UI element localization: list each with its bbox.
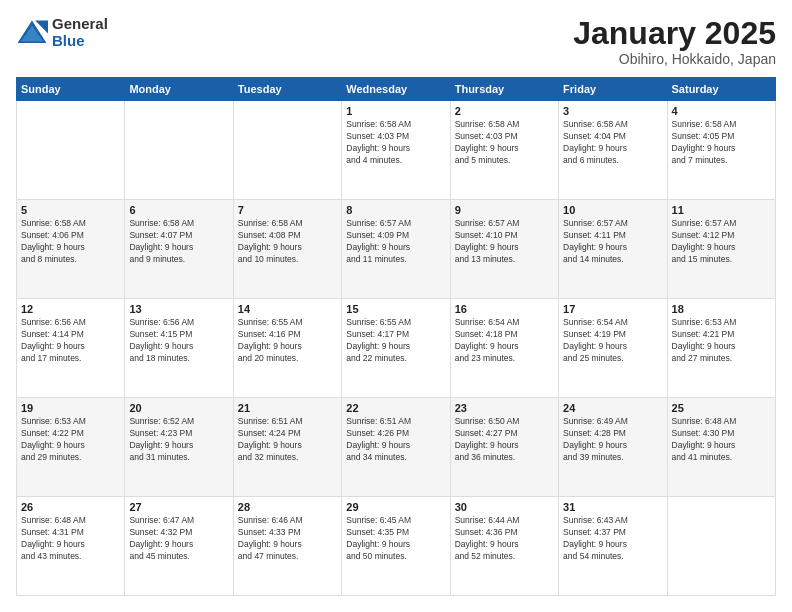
calendar-cell: 1Sunrise: 6:58 AM Sunset: 4:03 PM Daylig… bbox=[342, 101, 450, 200]
day-number: 11 bbox=[672, 204, 771, 216]
calendar-cell: 19Sunrise: 6:53 AM Sunset: 4:22 PM Dayli… bbox=[17, 398, 125, 497]
calendar-cell: 6Sunrise: 6:58 AM Sunset: 4:07 PM Daylig… bbox=[125, 200, 233, 299]
calendar-week-row: 5Sunrise: 6:58 AM Sunset: 4:06 PM Daylig… bbox=[17, 200, 776, 299]
calendar-cell: 29Sunrise: 6:45 AM Sunset: 4:35 PM Dayli… bbox=[342, 497, 450, 596]
logo-general-text: General bbox=[52, 16, 108, 33]
day-info: Sunrise: 6:45 AM Sunset: 4:35 PM Dayligh… bbox=[346, 515, 445, 563]
calendar-cell: 8Sunrise: 6:57 AM Sunset: 4:09 PM Daylig… bbox=[342, 200, 450, 299]
weekday-header-wednesday: Wednesday bbox=[342, 78, 450, 101]
day-info: Sunrise: 6:58 AM Sunset: 4:06 PM Dayligh… bbox=[21, 218, 120, 266]
day-info: Sunrise: 6:54 AM Sunset: 4:18 PM Dayligh… bbox=[455, 317, 554, 365]
calendar-cell: 12Sunrise: 6:56 AM Sunset: 4:14 PM Dayli… bbox=[17, 299, 125, 398]
day-number: 14 bbox=[238, 303, 337, 315]
day-info: Sunrise: 6:56 AM Sunset: 4:15 PM Dayligh… bbox=[129, 317, 228, 365]
calendar-cell: 25Sunrise: 6:48 AM Sunset: 4:30 PM Dayli… bbox=[667, 398, 775, 497]
day-info: Sunrise: 6:47 AM Sunset: 4:32 PM Dayligh… bbox=[129, 515, 228, 563]
calendar-cell bbox=[233, 101, 341, 200]
weekday-header-monday: Monday bbox=[125, 78, 233, 101]
day-number: 21 bbox=[238, 402, 337, 414]
calendar-table: SundayMondayTuesdayWednesdayThursdayFrid… bbox=[16, 77, 776, 596]
day-number: 9 bbox=[455, 204, 554, 216]
day-info: Sunrise: 6:53 AM Sunset: 4:22 PM Dayligh… bbox=[21, 416, 120, 464]
day-info: Sunrise: 6:57 AM Sunset: 4:11 PM Dayligh… bbox=[563, 218, 662, 266]
page: General Blue January 2025 Obihiro, Hokka… bbox=[0, 0, 792, 612]
day-info: Sunrise: 6:49 AM Sunset: 4:28 PM Dayligh… bbox=[563, 416, 662, 464]
day-number: 22 bbox=[346, 402, 445, 414]
day-number: 18 bbox=[672, 303, 771, 315]
day-info: Sunrise: 6:58 AM Sunset: 4:03 PM Dayligh… bbox=[346, 119, 445, 167]
day-info: Sunrise: 6:58 AM Sunset: 4:08 PM Dayligh… bbox=[238, 218, 337, 266]
calendar-cell: 30Sunrise: 6:44 AM Sunset: 4:36 PM Dayli… bbox=[450, 497, 558, 596]
calendar-cell: 2Sunrise: 6:58 AM Sunset: 4:03 PM Daylig… bbox=[450, 101, 558, 200]
calendar-week-row: 26Sunrise: 6:48 AM Sunset: 4:31 PM Dayli… bbox=[17, 497, 776, 596]
calendar-cell: 20Sunrise: 6:52 AM Sunset: 4:23 PM Dayli… bbox=[125, 398, 233, 497]
day-number: 23 bbox=[455, 402, 554, 414]
day-number: 8 bbox=[346, 204, 445, 216]
calendar-cell: 28Sunrise: 6:46 AM Sunset: 4:33 PM Dayli… bbox=[233, 497, 341, 596]
calendar-cell: 31Sunrise: 6:43 AM Sunset: 4:37 PM Dayli… bbox=[559, 497, 667, 596]
calendar-cell: 17Sunrise: 6:54 AM Sunset: 4:19 PM Dayli… bbox=[559, 299, 667, 398]
day-info: Sunrise: 6:48 AM Sunset: 4:30 PM Dayligh… bbox=[672, 416, 771, 464]
weekday-header-friday: Friday bbox=[559, 78, 667, 101]
day-number: 12 bbox=[21, 303, 120, 315]
day-info: Sunrise: 6:57 AM Sunset: 4:10 PM Dayligh… bbox=[455, 218, 554, 266]
day-info: Sunrise: 6:44 AM Sunset: 4:36 PM Dayligh… bbox=[455, 515, 554, 563]
day-number: 15 bbox=[346, 303, 445, 315]
day-number: 7 bbox=[238, 204, 337, 216]
day-number: 20 bbox=[129, 402, 228, 414]
calendar-cell: 24Sunrise: 6:49 AM Sunset: 4:28 PM Dayli… bbox=[559, 398, 667, 497]
logo-text: General Blue bbox=[52, 16, 108, 49]
day-info: Sunrise: 6:58 AM Sunset: 4:07 PM Dayligh… bbox=[129, 218, 228, 266]
weekday-header-saturday: Saturday bbox=[667, 78, 775, 101]
day-number: 2 bbox=[455, 105, 554, 117]
day-info: Sunrise: 6:43 AM Sunset: 4:37 PM Dayligh… bbox=[563, 515, 662, 563]
calendar-cell: 11Sunrise: 6:57 AM Sunset: 4:12 PM Dayli… bbox=[667, 200, 775, 299]
day-info: Sunrise: 6:57 AM Sunset: 4:12 PM Dayligh… bbox=[672, 218, 771, 266]
day-number: 13 bbox=[129, 303, 228, 315]
calendar-cell: 3Sunrise: 6:58 AM Sunset: 4:04 PM Daylig… bbox=[559, 101, 667, 200]
logo-blue-text: Blue bbox=[52, 33, 108, 50]
day-info: Sunrise: 6:58 AM Sunset: 4:05 PM Dayligh… bbox=[672, 119, 771, 167]
weekday-header-tuesday: Tuesday bbox=[233, 78, 341, 101]
day-info: Sunrise: 6:58 AM Sunset: 4:04 PM Dayligh… bbox=[563, 119, 662, 167]
day-number: 6 bbox=[129, 204, 228, 216]
day-info: Sunrise: 6:51 AM Sunset: 4:26 PM Dayligh… bbox=[346, 416, 445, 464]
calendar-week-row: 19Sunrise: 6:53 AM Sunset: 4:22 PM Dayli… bbox=[17, 398, 776, 497]
calendar-cell: 18Sunrise: 6:53 AM Sunset: 4:21 PM Dayli… bbox=[667, 299, 775, 398]
day-number: 31 bbox=[563, 501, 662, 513]
day-info: Sunrise: 6:46 AM Sunset: 4:33 PM Dayligh… bbox=[238, 515, 337, 563]
day-info: Sunrise: 6:53 AM Sunset: 4:21 PM Dayligh… bbox=[672, 317, 771, 365]
day-info: Sunrise: 6:58 AM Sunset: 4:03 PM Dayligh… bbox=[455, 119, 554, 167]
calendar-cell: 22Sunrise: 6:51 AM Sunset: 4:26 PM Dayli… bbox=[342, 398, 450, 497]
calendar-cell: 27Sunrise: 6:47 AM Sunset: 4:32 PM Dayli… bbox=[125, 497, 233, 596]
day-info: Sunrise: 6:56 AM Sunset: 4:14 PM Dayligh… bbox=[21, 317, 120, 365]
calendar-cell bbox=[667, 497, 775, 596]
day-number: 10 bbox=[563, 204, 662, 216]
calendar-title: January 2025 bbox=[573, 16, 776, 51]
day-number: 25 bbox=[672, 402, 771, 414]
logo: General Blue bbox=[16, 16, 108, 49]
calendar-cell: 15Sunrise: 6:55 AM Sunset: 4:17 PM Dayli… bbox=[342, 299, 450, 398]
day-number: 17 bbox=[563, 303, 662, 315]
calendar-cell: 21Sunrise: 6:51 AM Sunset: 4:24 PM Dayli… bbox=[233, 398, 341, 497]
title-block: January 2025 Obihiro, Hokkaido, Japan bbox=[573, 16, 776, 67]
day-info: Sunrise: 6:51 AM Sunset: 4:24 PM Dayligh… bbox=[238, 416, 337, 464]
calendar-cell: 16Sunrise: 6:54 AM Sunset: 4:18 PM Dayli… bbox=[450, 299, 558, 398]
day-number: 27 bbox=[129, 501, 228, 513]
calendar-cell: 14Sunrise: 6:55 AM Sunset: 4:16 PM Dayli… bbox=[233, 299, 341, 398]
day-number: 1 bbox=[346, 105, 445, 117]
day-info: Sunrise: 6:55 AM Sunset: 4:17 PM Dayligh… bbox=[346, 317, 445, 365]
day-info: Sunrise: 6:48 AM Sunset: 4:31 PM Dayligh… bbox=[21, 515, 120, 563]
day-number: 28 bbox=[238, 501, 337, 513]
calendar-cell: 9Sunrise: 6:57 AM Sunset: 4:10 PM Daylig… bbox=[450, 200, 558, 299]
day-number: 3 bbox=[563, 105, 662, 117]
weekday-header-sunday: Sunday bbox=[17, 78, 125, 101]
day-number: 24 bbox=[563, 402, 662, 414]
day-number: 4 bbox=[672, 105, 771, 117]
calendar-cell bbox=[125, 101, 233, 200]
calendar-cell: 7Sunrise: 6:58 AM Sunset: 4:08 PM Daylig… bbox=[233, 200, 341, 299]
day-info: Sunrise: 6:55 AM Sunset: 4:16 PM Dayligh… bbox=[238, 317, 337, 365]
calendar-cell: 26Sunrise: 6:48 AM Sunset: 4:31 PM Dayli… bbox=[17, 497, 125, 596]
day-info: Sunrise: 6:50 AM Sunset: 4:27 PM Dayligh… bbox=[455, 416, 554, 464]
day-info: Sunrise: 6:52 AM Sunset: 4:23 PM Dayligh… bbox=[129, 416, 228, 464]
